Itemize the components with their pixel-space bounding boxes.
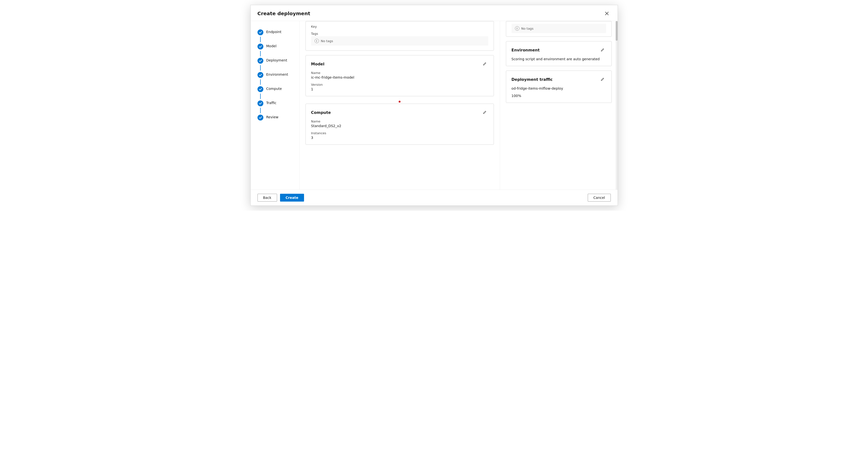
sidebar-item-environment[interactable]: Environment <box>257 70 299 80</box>
step-connector-6 <box>260 108 261 113</box>
compute-name-value: Standard_DS2_v2 <box>311 124 488 128</box>
endpoint-card-partial: Key Tags i No tags <box>306 21 494 51</box>
red-dot-separator <box>306 101 494 103</box>
sidebar-item-deployment[interactable]: Deployment <box>257 56 299 65</box>
step-icon-deployment <box>257 58 264 64</box>
sidebar-item-endpoint[interactable]: Endpoint <box>257 28 299 37</box>
tags-label: Tags <box>311 32 488 35</box>
tags-area-right: i No tags <box>512 24 606 33</box>
sidebar-item-label-deployment: Deployment <box>266 58 287 62</box>
compute-edit-button[interactable] <box>481 109 488 116</box>
model-version-label: Version <box>311 83 488 87</box>
compute-instances-label: Instances <box>311 131 488 135</box>
red-dot <box>399 101 401 103</box>
sidebar-item-label-environment: Environment <box>266 72 288 76</box>
step-connector-1 <box>260 37 261 42</box>
sidebar-item-compute[interactable]: Compute <box>257 85 299 94</box>
step-connector-3 <box>260 65 261 70</box>
step-connector-2 <box>260 51 261 56</box>
step-connector-4 <box>260 80 261 85</box>
step-icon-review <box>257 115 264 121</box>
step-icon-model <box>257 43 264 50</box>
compute-card: Compute Name Standard_DS2_v2 Instances 3 <box>306 104 494 145</box>
scroll-thumb <box>616 21 618 41</box>
cancel-button[interactable]: Cancel <box>588 194 611 201</box>
model-card-header: Model <box>311 60 488 68</box>
right-panel: i No tags Environment Scoring sc <box>500 21 618 190</box>
close-button[interactable] <box>603 9 611 18</box>
info-icon-right: i <box>515 26 519 31</box>
deployment-traffic-card: Deployment traffic od-fridge-items-mlflo… <box>506 70 612 103</box>
step-icon-traffic <box>257 100 264 106</box>
step-icon-endpoint <box>257 29 264 35</box>
main-content: Key Tags i No tags Model <box>300 21 618 190</box>
model-edit-button[interactable] <box>481 60 488 68</box>
sidebar-item-label-compute: Compute <box>266 86 282 91</box>
compute-name-label: Name <box>311 120 488 123</box>
right-partial-card: i No tags <box>506 21 612 37</box>
dialog-header: Create deployment <box>251 5 618 21</box>
sidebar-item-label-model: Model <box>266 43 277 48</box>
environment-card: Environment Scoring script and environme… <box>506 41 612 66</box>
model-name-value: ic-mc-fridge-items-model <box>311 75 488 80</box>
dialog-body: Endpoint Model Deplo <box>251 21 618 190</box>
tags-area-left: i No tags <box>311 36 488 45</box>
sidebar-item-label-traffic: Traffic <box>266 100 277 105</box>
sidebar: Endpoint Model Deplo <box>251 21 300 190</box>
create-deployment-dialog: Create deployment Endpoint <box>250 5 618 206</box>
environment-card-title: Environment <box>512 48 540 53</box>
deployment-traffic-edit-button[interactable] <box>599 76 606 83</box>
dialog-title: Create deployment <box>257 10 310 17</box>
compute-card-title: Compute <box>311 110 331 115</box>
compute-card-header: Compute <box>311 109 488 116</box>
model-card: Model Name ic-mc-fridge-items-model Vers… <box>306 55 494 96</box>
compute-instances-value: 3 <box>311 136 488 139</box>
step-connector-5 <box>260 94 261 99</box>
step-icon-environment <box>257 72 264 78</box>
no-tags-text-left: No tags <box>321 39 333 43</box>
traffic-value: 100% <box>512 94 606 98</box>
environment-description: Scoring script and environment are auto … <box>512 57 606 61</box>
model-name-label: Name <box>311 71 488 75</box>
info-icon-left: i <box>315 39 319 43</box>
deployment-traffic-card-header: Deployment traffic <box>512 76 606 83</box>
model-card-title: Model <box>311 62 324 66</box>
footer-left-buttons: Back Create <box>257 194 304 201</box>
create-button[interactable]: Create <box>280 194 304 201</box>
environment-edit-button[interactable] <box>599 46 606 54</box>
no-tags-text-right: No tags <box>521 27 534 30</box>
deployment-traffic-card-title: Deployment traffic <box>512 77 553 82</box>
back-button[interactable]: Back <box>257 194 277 201</box>
sidebar-item-label-review: Review <box>266 115 279 119</box>
deployment-name-value: od-fridge-items-mlflow-deploy <box>512 87 606 90</box>
environment-card-header: Environment <box>512 46 606 54</box>
sidebar-item-model[interactable]: Model <box>257 42 299 51</box>
model-version-value: 1 <box>311 87 488 91</box>
sidebar-item-review[interactable]: Review <box>257 113 299 122</box>
left-panel: Key Tags i No tags Model <box>300 21 500 190</box>
dialog-footer: Back Create Cancel <box>251 190 618 206</box>
step-icon-compute <box>257 86 264 92</box>
right-panel-scrollbar[interactable] <box>616 21 618 190</box>
sidebar-item-traffic[interactable]: Traffic <box>257 99 299 108</box>
sidebar-item-label-endpoint: Endpoint <box>266 29 281 34</box>
key-label: Key <box>311 25 488 28</box>
